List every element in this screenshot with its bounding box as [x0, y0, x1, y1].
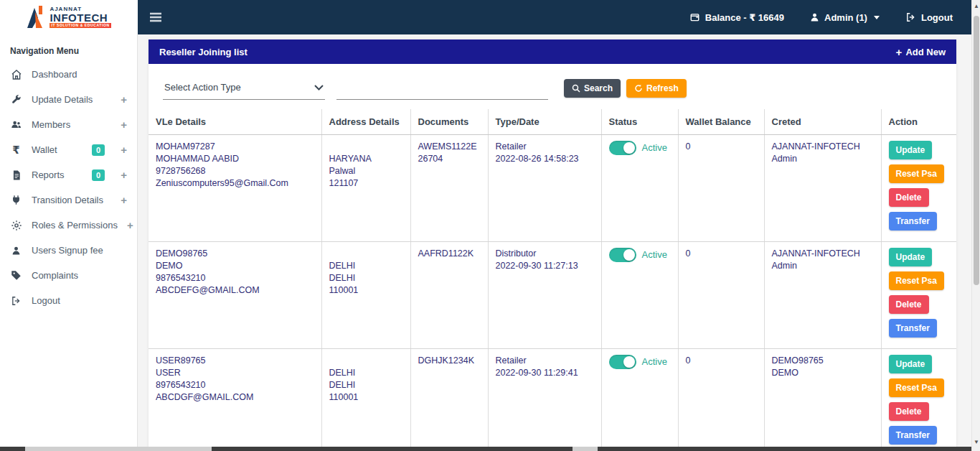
vle-phone: 9728756268	[156, 165, 314, 177]
sidebar-item-logout[interactable]: Logout	[0, 288, 137, 313]
hamburger-menu-icon[interactable]	[149, 12, 162, 22]
filter-row: Select Action Type Search Refresh	[149, 64, 956, 109]
search-button[interactable]: Search	[564, 79, 621, 98]
joined-date: 2022-08-26 14:58:23	[496, 153, 594, 165]
add-new-button[interactable]: + Add New	[896, 46, 946, 58]
vertical-scrollbar-thumb[interactable]	[974, 16, 979, 285]
expand-plus-icon[interactable]: +	[121, 169, 127, 181]
logout-item[interactable]: Logout	[905, 12, 953, 23]
horizontal-scrollbar-thumb[interactable]	[212, 447, 573, 451]
status-toggle[interactable]	[609, 355, 636, 369]
delete-button[interactable]: Delete	[889, 295, 929, 314]
sidebar-item-users-signup-fee[interactable]: Users Signup fee	[0, 238, 137, 263]
created-by-role: Admin	[772, 153, 874, 165]
refresh-button[interactable]: Refresh	[626, 79, 687, 98]
address-city: DELHI	[329, 272, 403, 284]
wrench-icon	[10, 94, 22, 105]
users-icon	[10, 119, 22, 130]
sidebar-item-members[interactable]: Members +	[0, 112, 137, 137]
vertical-scrollbar[interactable]: ▲ ▼	[971, 0, 980, 451]
scroll-down-arrow-icon[interactable]: ▼	[972, 439, 980, 445]
refresh-button-label: Refresh	[646, 83, 679, 93]
status-toggle[interactable]	[609, 141, 636, 155]
sidebar-item-label: Complaints	[32, 270, 127, 281]
sidebar-item-dashboard[interactable]: Dashboard	[0, 62, 137, 87]
chevron-down-icon	[314, 85, 324, 90]
plug-icon	[10, 195, 22, 205]
expand-plus-icon[interactable]: +	[121, 118, 127, 131]
transfer-button[interactable]: Transfer	[889, 319, 937, 338]
ticket-icon	[10, 270, 22, 281]
member-type: Retailer	[496, 141, 594, 153]
admin-dropdown[interactable]: Admin (1)	[810, 12, 880, 23]
horizontal-scrollbar-thumb[interactable]	[598, 447, 971, 451]
action-cell: Update Reset Psa Delete Transfer	[881, 348, 956, 451]
horizontal-scrollbar-corner	[0, 447, 25, 451]
vle-code: MOHAM97287	[156, 141, 314, 153]
reports-count-badge: 0	[92, 169, 105, 181]
address-cell: HARYANA Palwal 121107	[321, 134, 410, 241]
sidebar-item-roles-permissions[interactable]: Roles & Permissions +	[0, 213, 137, 238]
member-type: Retailer	[496, 355, 594, 367]
search-input[interactable]	[336, 79, 548, 100]
main-content: Reseller Joining list + Add New Select A…	[138, 34, 971, 447]
vle-details-cell: MOHAM97287 MOHAMMAD AABID 9728756268 Zen…	[149, 134, 321, 241]
reset-psa-button[interactable]: Reset Psa	[889, 378, 944, 397]
wallet-balance-cell: 0	[678, 348, 764, 451]
documents-cell: AWEMS1122E 26704	[410, 134, 488, 241]
wallet-balance-cell: 0	[678, 134, 764, 241]
action-type-value: Select Action Type	[164, 82, 241, 93]
scroll-up-arrow-icon[interactable]: ▲	[972, 3, 980, 9]
gear-icon	[10, 220, 22, 231]
sidebar-item-reports[interactable]: Reports 0 +	[0, 162, 137, 187]
type-date-cell: Retailer 2022-09-30 11:29:41	[488, 348, 601, 451]
wallet-icon	[689, 12, 700, 22]
balance-item[interactable]: Balance - ₹ 16649	[689, 12, 784, 23]
sidebar-item-update-details[interactable]: Update Details +	[0, 87, 137, 112]
sidebar-item-complaints[interactable]: Complaints	[0, 263, 137, 288]
delete-button[interactable]: Delete	[889, 188, 929, 207]
expand-plus-icon[interactable]: +	[121, 144, 127, 156]
type-date-cell: Distributor 2022-09-30 11:27:13	[488, 241, 601, 348]
sidebar-title: Navigation Menu	[0, 34, 137, 62]
created-by-cell: AJANNAT-INFOTECH Admin	[764, 241, 881, 348]
expand-plus-icon[interactable]: +	[121, 93, 127, 106]
address-city: Palwal	[329, 165, 403, 177]
update-button[interactable]: Update	[889, 355, 933, 373]
transfer-button[interactable]: Transfer	[889, 426, 937, 445]
action-type-select[interactable]: Select Action Type	[163, 79, 325, 100]
sidebar-item-transition-details[interactable]: Transition Details +	[0, 187, 137, 213]
horizontal-scrollbar[interactable]	[0, 447, 971, 451]
address-cell: DELHI DELHI 110001	[321, 241, 410, 348]
status-cell: Active	[601, 134, 678, 241]
delete-button[interactable]: Delete	[889, 402, 929, 421]
update-button[interactable]: Update	[889, 248, 933, 266]
logout-icon	[905, 12, 916, 22]
created-by-org: AJANNAT-INFOTECH	[772, 248, 874, 260]
documents-cell: AAFRD1122K	[410, 241, 488, 348]
status-cell: Active	[601, 241, 678, 348]
action-cell: Update Reset Psa Delete Transfer	[881, 134, 956, 241]
expand-plus-icon[interactable]: +	[127, 219, 133, 231]
col-header-address-details: Address Details	[321, 109, 410, 134]
sidebar-item-wallet[interactable]: ₹ Wallet 0 +	[0, 137, 137, 162]
status-toggle[interactable]	[609, 248, 636, 262]
vle-name: DEMO	[156, 260, 314, 272]
address-state: DELHI	[329, 367, 403, 379]
sidebar-item-label: Dashboard	[32, 69, 127, 80]
reset-psa-button[interactable]: Reset Psa	[889, 271, 944, 290]
vle-email: ABCDGF@GMAIL.COM	[156, 391, 314, 404]
sidebar-item-label: Reports	[32, 169, 83, 180]
vle-details-cell: DEMO98765 DEMO 9876543210 ABCDEFG@GMAIL.…	[149, 241, 321, 348]
search-button-label: Search	[584, 83, 613, 93]
col-header-status: Status	[601, 109, 678, 134]
table-row: MOHAM97287 MOHAMMAD AABID 9728756268 Zen…	[149, 134, 956, 241]
reset-psa-button[interactable]: Reset Psa	[889, 164, 944, 183]
transfer-button[interactable]: Transfer	[889, 212, 937, 231]
plus-icon: +	[896, 46, 903, 58]
col-header-wallet-balance: Wallet Balance	[678, 109, 764, 134]
expand-plus-icon[interactable]: +	[121, 194, 127, 206]
update-button[interactable]: Update	[889, 141, 933, 159]
brand-tagline: IT SOLUTION & EDUCATION	[50, 23, 110, 28]
col-header-action: Action	[881, 109, 956, 134]
